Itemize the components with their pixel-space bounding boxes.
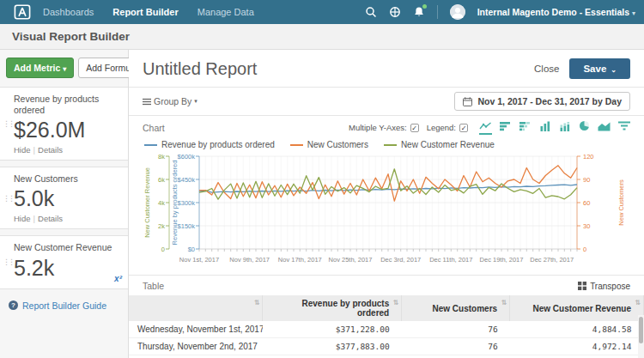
- metrics-sidebar: Add Metric ▾ Add Formula ⋮⋮ Revenue by p…: [0, 50, 129, 358]
- legend-item-nc-revenue[interactable]: New Customer Revenue: [384, 140, 495, 149]
- chevron-down-icon: ⌄: [611, 66, 617, 74]
- scrollbar-thumb[interactable]: [639, 317, 643, 343]
- table-section-label: Table: [143, 281, 164, 291]
- formula-icon[interactable]: x²: [114, 274, 122, 283]
- grid-icon: [578, 282, 586, 290]
- group-by-dropdown[interactable]: Group By ▾: [143, 96, 197, 106]
- avatar[interactable]: [450, 4, 465, 20]
- cell-revenue: $371,228.00: [263, 321, 402, 338]
- top-nav-bar: Dashboards Report Builder Manage Data In…: [0, 0, 644, 24]
- nav-report-builder[interactable]: Report Builder: [112, 7, 178, 17]
- report-title[interactable]: Untitled Report: [143, 59, 257, 79]
- add-metric-button[interactable]: Add Metric ▾: [6, 58, 74, 78]
- globe-icon[interactable]: [389, 6, 401, 18]
- area-chart-icon[interactable]: [598, 121, 611, 135]
- legend-text: New Customers: [307, 140, 368, 149]
- col-header-revenue[interactable]: Revenue by products ordered⇅: [263, 295, 402, 321]
- col-header-nc-revenue[interactable]: New Customer Revenue⇅: [510, 295, 644, 321]
- notification-badge: [422, 4, 427, 9]
- details-link[interactable]: Details: [38, 214, 63, 223]
- cell-date: Wednesday, November 1st, 2017: [129, 321, 263, 338]
- drag-handle-icon[interactable]: ⋮⋮: [3, 259, 13, 265]
- stacked-horizontal-bar-chart-icon[interactable]: [519, 121, 532, 135]
- multiple-y-axes-label: Multiple Y-Axes:: [349, 123, 407, 132]
- table-row[interactable]: Wednesday, November 1st, 2017$371,228.00…: [129, 321, 644, 338]
- svg-text:New Customers: New Customers: [617, 179, 625, 226]
- chart-canvas[interactable]: 02k4k6k8kNew Customer Revenue$0$150k$300…: [143, 151, 630, 273]
- chevron-down-icon: ▾: [194, 98, 197, 105]
- table-scrollbar[interactable]: [638, 315, 644, 358]
- report-header: Untitled Report Close Save⌄: [129, 50, 644, 88]
- table-row[interactable]: Thursday, November 2nd, 2017$377,883.007…: [129, 338, 644, 355]
- report-panel: Untitled Report Close Save⌄ Group By ▾ N…: [129, 50, 644, 358]
- legend-checkbox[interactable]: ✓: [459, 124, 468, 132]
- page-header: Visual Report Builder: [0, 24, 644, 50]
- col-header-date[interactable]: ⇅: [129, 295, 263, 321]
- svg-text:Nov 1st, 2017: Nov 1st, 2017: [179, 256, 219, 264]
- stacked-vertical-bar-chart-icon[interactable]: [558, 121, 571, 135]
- svg-text:New Customer Revenue: New Customer Revenue: [143, 167, 151, 238]
- svg-text:Dec 11th, 2017: Dec 11th, 2017: [429, 256, 472, 264]
- notifications-bell-icon[interactable]: [413, 6, 425, 18]
- account-name: Internal Magento Demo - Essentials: [477, 7, 629, 17]
- cell-date: Friday, November 3rd, 2017: [129, 355, 263, 358]
- sort-icon[interactable]: ⇅: [393, 299, 399, 306]
- list-icon: [143, 98, 151, 106]
- date-range-button[interactable]: Nov 1, 2017 - Dec 31, 2017 by Day: [454, 92, 630, 111]
- cell-customers: 76: [402, 338, 510, 355]
- metric-value: 5.0k: [14, 186, 121, 211]
- svg-text:$600k: $600k: [178, 153, 196, 161]
- svg-text:60: 60: [583, 199, 590, 207]
- cell-nc-revenue: 4,884.58: [510, 321, 644, 338]
- hide-link[interactable]: Hide: [14, 145, 31, 155]
- nav-dashboards[interactable]: Dashboards: [43, 7, 94, 17]
- svg-text:$0: $0: [188, 246, 195, 253]
- sort-icon[interactable]: ⇅: [501, 299, 507, 306]
- metric-card-new-customers[interactable]: ⋮⋮ New Customers 5.0k Hide|Details: [0, 167, 128, 229]
- details-link[interactable]: Details: [38, 145, 63, 155]
- metric-card-new-customer-revenue[interactable]: ⋮⋮ New Customer Revenue 5.2k x²: [0, 235, 128, 288]
- chart-type-switcher: [479, 120, 630, 135]
- hide-link[interactable]: Hide: [14, 214, 31, 223]
- save-button[interactable]: Save⌄: [569, 58, 630, 79]
- drag-handle-icon[interactable]: ⋮⋮: [3, 195, 13, 201]
- transpose-button[interactable]: Transpose: [578, 282, 630, 291]
- brand-logo-icon[interactable]: [14, 4, 31, 20]
- table-row[interactable]: Friday, November 3rd, 2017$365,327.00705…: [129, 355, 644, 358]
- svg-text:Nov 25th, 2017: Nov 25th, 2017: [329, 256, 373, 264]
- topbar-divider: [437, 5, 438, 19]
- pie-chart-icon[interactable]: [578, 120, 591, 135]
- svg-text:Dec 19th, 2017: Dec 19th, 2017: [480, 256, 524, 264]
- line-chart-icon[interactable]: [479, 121, 492, 135]
- report-builder-guide-link[interactable]: ? Report Builder Guide: [0, 295, 128, 316]
- svg-text:Dec 27th, 2017: Dec 27th, 2017: [530, 256, 574, 264]
- legend-swatch: [384, 144, 397, 146]
- nav-manage-data[interactable]: Manage Data: [197, 7, 254, 17]
- drag-handle-icon[interactable]: ⋮⋮: [3, 121, 13, 127]
- svg-text:$150k: $150k: [178, 222, 196, 230]
- close-button[interactable]: Close: [534, 64, 559, 74]
- legend-item-revenue[interactable]: Revenue by products ordered: [144, 140, 275, 149]
- col-header-new-customers[interactable]: New Customers⇅: [402, 295, 510, 321]
- header-text: New Customers: [433, 304, 498, 313]
- cell-nc-revenue: 4,972.14: [510, 338, 644, 355]
- header-text: New Customer Revenue: [533, 304, 631, 313]
- funnel-filter-icon[interactable]: [617, 121, 630, 135]
- search-icon[interactable]: [365, 6, 377, 18]
- sort-icon[interactable]: ⇅: [635, 299, 641, 306]
- horizontal-bar-chart-icon[interactable]: [499, 121, 512, 135]
- legend-swatch: [144, 144, 157, 146]
- topbar-right: Internal Magento Demo - Essentials ▾: [365, 4, 635, 20]
- metric-card-revenue[interactable]: ⋮⋮ Revenue by products ordered $26.0M Hi…: [0, 87, 128, 161]
- vertical-bar-chart-icon[interactable]: [538, 121, 551, 135]
- multiple-y-axes-checkbox[interactable]: ✓: [410, 124, 419, 132]
- table-section: Table Transpose ⇅ Revenue by products or…: [129, 275, 644, 358]
- app-window: Dashboards Report Builder Manage Data In…: [0, 0, 644, 358]
- sort-icon[interactable]: ⇅: [254, 299, 260, 306]
- svg-text:6k: 6k: [158, 176, 165, 184]
- legend-item-new-customers[interactable]: New Customers: [290, 140, 368, 149]
- account-menu[interactable]: Internal Magento Demo - Essentials ▾: [477, 7, 635, 17]
- svg-text:Nov 17th, 2017: Nov 17th, 2017: [278, 256, 322, 264]
- add-metric-label: Add Metric: [14, 63, 60, 73]
- legend-label: Legend:: [427, 123, 456, 132]
